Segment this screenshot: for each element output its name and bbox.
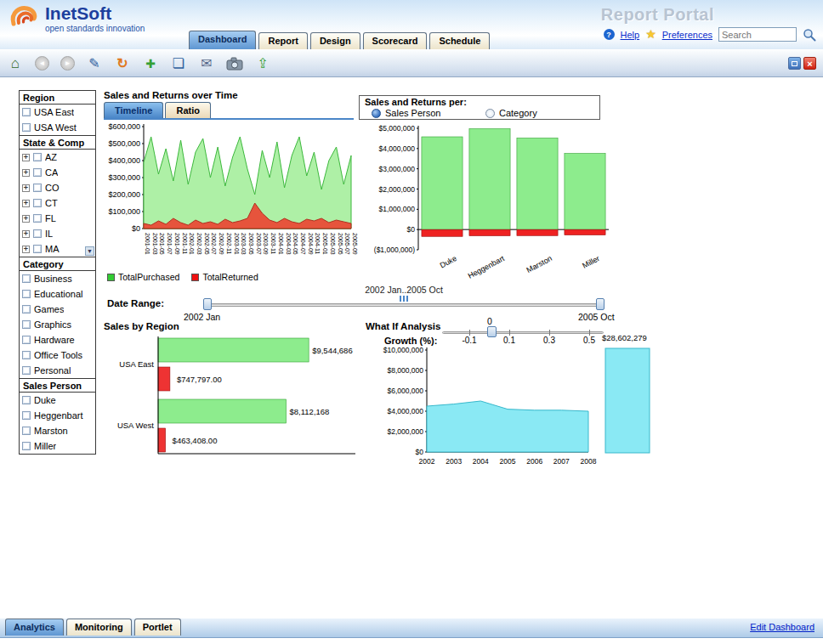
checkbox[interactable] — [22, 442, 31, 450]
radio-icon[interactable] — [372, 109, 381, 118]
nav-tab-scorecard[interactable]: Scorecard — [363, 32, 428, 49]
range-end-handle[interactable] — [596, 298, 604, 310]
inetsoft-logo: InetSoft open standards innovation — [7, 3, 145, 33]
sidebar-item-miller[interactable]: Miller — [20, 438, 95, 454]
preferences-star-icon[interactable]: ★ — [645, 29, 656, 40]
sidebar-item-usa-west[interactable]: USA West — [20, 120, 95, 135]
sidebar-item-heggenbart[interactable]: Heggenbart — [20, 408, 95, 423]
radio-option-sales-person[interactable]: Sales Person — [372, 108, 485, 118]
help-icon[interactable]: ? — [604, 29, 615, 40]
sidebar-item-il[interactable]: +IL — [20, 226, 95, 241]
checkbox[interactable] — [22, 427, 31, 435]
bottom-tab-analytics[interactable]: Analytics — [5, 619, 64, 636]
scroll-down-button[interactable]: ▼ — [85, 246, 94, 256]
timeline-tab-timeline[interactable]: Timeline — [104, 102, 163, 118]
checkbox[interactable] — [22, 351, 31, 359]
radio-icon[interactable] — [485, 109, 495, 118]
checkbox[interactable] — [22, 411, 31, 420]
back-icon[interactable]: ◄ — [35, 56, 49, 71]
nav-tab-design[interactable]: Design — [310, 32, 360, 49]
x-tick-label: 2004-03 — [286, 233, 292, 255]
checkbox[interactable] — [22, 366, 31, 375]
checkbox[interactable] — [33, 245, 42, 253]
help-link[interactable]: Help — [621, 30, 640, 40]
edit-icon[interactable]: ✎ — [86, 55, 103, 72]
home-icon[interactable]: ⌂ — [7, 55, 24, 72]
sidebar-item-ct[interactable]: +CT — [20, 195, 95, 211]
checkbox[interactable] — [22, 336, 31, 344]
checkbox[interactable] — [22, 396, 31, 404]
bottom-tabs: AnalyticsMonitoringPortlet — [5, 619, 181, 636]
export-icon[interactable]: ⇪ — [254, 55, 271, 72]
checkbox[interactable] — [33, 199, 42, 207]
search-icon[interactable] — [803, 28, 816, 42]
sidebar-item-duke[interactable]: Duke — [20, 393, 95, 408]
sidebar-item-fl[interactable]: +FL — [20, 211, 95, 226]
x-tick-label: 2005 — [500, 457, 516, 466]
sidebar-item-co[interactable]: +CO — [20, 180, 95, 195]
logo-swirl-icon — [7, 3, 41, 31]
checkbox[interactable] — [33, 214, 42, 223]
bottom-tab-portlet[interactable]: Portlet — [134, 619, 181, 636]
item-label: Personal — [34, 365, 71, 376]
sidebar-item-az[interactable]: +AZ — [20, 150, 95, 165]
checkbox[interactable] — [22, 274, 31, 283]
radio-option-category[interactable]: Category — [485, 108, 599, 118]
sidebar-item-usa-east[interactable]: USA East — [20, 105, 95, 120]
close-icon[interactable]: × — [803, 57, 816, 70]
sidebar-item-ca[interactable]: +CA — [20, 165, 95, 180]
slider-track[interactable] — [442, 331, 604, 334]
expand-icon[interactable]: + — [22, 215, 30, 223]
bottom-tab-monitoring[interactable]: Monitoring — [66, 619, 132, 636]
date-range-slider[interactable] — [204, 297, 604, 311]
nav-tab-report[interactable]: Report — [258, 32, 307, 49]
total-svg[interactable]: $28,602,279 — [600, 331, 672, 459]
search-input[interactable] — [718, 27, 797, 42]
sidebar-item-personal[interactable]: Personal — [20, 363, 95, 378]
checkbox[interactable] — [22, 305, 31, 314]
range-start-handle[interactable] — [203, 298, 212, 310]
x-tick-label: 2004-07 — [300, 233, 306, 255]
refresh-icon[interactable]: ↻ — [114, 55, 131, 72]
checkbox[interactable] — [33, 229, 42, 238]
slider-track[interactable] — [204, 303, 604, 307]
checkbox[interactable] — [22, 290, 31, 298]
region-svg[interactable]: $9,544,686$747,797.00USA East$8,112,168$… — [104, 333, 363, 460]
forward-icon[interactable]: ► — [60, 56, 75, 71]
whatif-svg[interactable]: $10,000,000$8,000,000$6,000,000$4,000,00… — [374, 343, 595, 472]
sidebar-item-marston[interactable]: Marston — [20, 423, 95, 438]
checkbox[interactable] — [22, 320, 31, 329]
sidebar-item-business[interactable]: Business — [20, 271, 95, 286]
expand-icon[interactable]: + — [22, 230, 30, 238]
minimize-icon[interactable] — [788, 57, 801, 70]
checkbox[interactable] — [33, 184, 42, 192]
camera-icon[interactable] — [226, 55, 243, 72]
email-icon[interactable]: ✉ — [198, 55, 215, 72]
nav-tab-dashboard[interactable]: Dashboard — [189, 31, 256, 49]
expand-icon[interactable]: + — [22, 200, 30, 207]
expand-icon[interactable]: + — [22, 184, 30, 192]
expand-icon[interactable]: + — [22, 246, 30, 253]
checkbox[interactable] — [22, 123, 31, 132]
expand-icon[interactable]: + — [22, 169, 30, 177]
timeline-svg[interactable]: $600,000$500,000$400,000$300,000$200,000… — [104, 120, 355, 266]
nav-tab-schedule[interactable]: Schedule — [429, 32, 490, 49]
y-tick-label: $4,000,000 — [387, 407, 423, 415]
expand-icon[interactable]: + — [22, 154, 30, 161]
open-icon[interactable]: ❏ — [170, 55, 187, 72]
sidebar-section-region: RegionUSA EastUSA West — [19, 90, 96, 136]
sidebar-item-hardware[interactable]: Hardware — [20, 332, 95, 347]
sidebar-item-office-tools[interactable]: Office Tools — [20, 347, 95, 363]
sidebar-item-graphics[interactable]: Graphics — [20, 317, 95, 332]
add-icon[interactable]: ✚ — [142, 55, 159, 72]
preferences-link[interactable]: Preferences — [662, 30, 712, 40]
edit-dashboard-link[interactable]: Edit Dashboard — [750, 622, 814, 632]
sidebar-item-educational[interactable]: Educational — [20, 286, 95, 302]
checkbox[interactable] — [33, 153, 42, 161]
checkbox[interactable] — [22, 108, 31, 116]
sidebar-item-ma[interactable]: +MA — [20, 241, 95, 257]
checkbox[interactable] — [33, 168, 42, 177]
sidebar-item-games[interactable]: Games — [20, 302, 95, 317]
timeline-tab-ratio[interactable]: Ratio — [165, 102, 211, 118]
per-svg[interactable]: $5,000,000$4,000,000$3,000,000$2,000,000… — [364, 121, 612, 271]
